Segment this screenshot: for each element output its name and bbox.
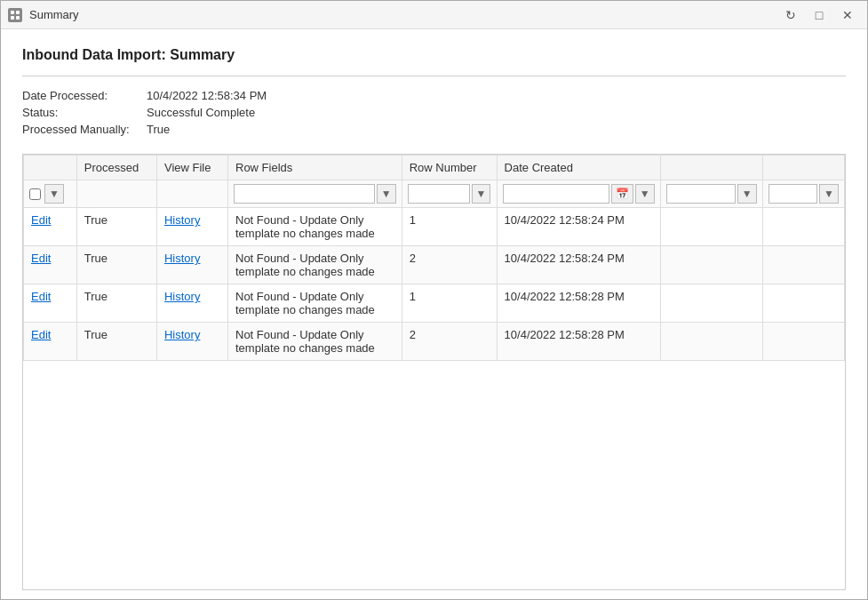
- filter-edit-button[interactable]: ▼: [44, 184, 64, 204]
- filter-rownumber-input[interactable]: [408, 184, 470, 204]
- close-button[interactable]: ✕: [835, 4, 860, 26]
- cell-rowfields-2: Not Found - Update Only template no chan…: [228, 284, 402, 323]
- refresh-button[interactable]: ↻: [778, 4, 803, 26]
- col-header-rowfields: Row Fields: [228, 156, 402, 180]
- maximize-button[interactable]: □: [807, 4, 832, 26]
- window-icon: [8, 8, 22, 22]
- cell-processed-3: True: [76, 323, 156, 361]
- cell-datecreated-2: 10/4/2022 12:58:28 PM: [497, 284, 660, 323]
- cell-datecreated-0: 10/4/2022 12:58:24 PM: [497, 208, 660, 246]
- edit-link-1[interactable]: Edit: [31, 252, 51, 265]
- filter-extra1-button[interactable]: ▼: [737, 184, 757, 204]
- cell-rownumber-2: 1: [402, 284, 497, 323]
- table-row: EditTrueHistoryNot Found - Update Only t…: [24, 208, 845, 246]
- col-header-processed: Processed: [76, 156, 156, 180]
- processed-manually-label: Processed Manually:: [22, 123, 147, 136]
- col-header-edit: [24, 156, 77, 180]
- svg-rect-3: [16, 16, 20, 20]
- svg-rect-0: [11, 11, 14, 14]
- svg-rect-2: [11, 16, 14, 20]
- filter-rownumber-button[interactable]: ▼: [472, 184, 491, 204]
- cell-extra2-3: [762, 323, 844, 361]
- table-row: EditTrueHistoryNot Found - Update Only t…: [24, 284, 845, 323]
- filter-rowfields-button[interactable]: ▼: [377, 184, 396, 204]
- filter-cell-rowfields: ▼: [228, 180, 402, 208]
- content-area: Inbound Data Import: Summary Date Proces…: [1, 29, 867, 599]
- cell-edit-1: Edit: [24, 246, 77, 284]
- table-row: EditTrueHistoryNot Found - Update Only t…: [24, 246, 845, 284]
- cell-viewfile-2: History: [156, 284, 227, 323]
- filter-rownumber-icon: ▼: [476, 188, 487, 200]
- filter-rowfields-input[interactable]: [234, 184, 375, 204]
- cell-extra1-0: [660, 208, 762, 246]
- edit-link-2[interactable]: Edit: [31, 290, 51, 303]
- col-header-viewfile: View File: [156, 156, 227, 180]
- col-header-datecreated: Date Created: [497, 156, 660, 180]
- date-processed-value: 10/4/2022 12:58:34 PM: [147, 89, 846, 102]
- cell-extra2-2: [762, 284, 844, 323]
- filter-datecreated-button[interactable]: ▼: [635, 184, 655, 204]
- date-processed-label: Date Processed:: [22, 89, 147, 102]
- cell-processed-2: True: [76, 284, 156, 323]
- status-value: Successful Complete: [147, 106, 846, 119]
- cell-datecreated-1: 10/4/2022 12:58:24 PM: [497, 246, 660, 284]
- filter-datecreated-input[interactable]: [503, 184, 609, 204]
- processed-manually-value: True: [147, 123, 846, 136]
- cell-extra2-1: [762, 246, 844, 284]
- cell-processed-1: True: [76, 246, 156, 284]
- table-filter-row: ▼ ▼: [24, 180, 845, 208]
- filter-datecreated-icon: ▼: [640, 188, 650, 200]
- filter-extra1-input[interactable]: [666, 184, 736, 204]
- window-title: Summary: [29, 8, 778, 21]
- cell-rownumber-0: 1: [402, 208, 497, 246]
- cell-rownumber-3: 2: [402, 323, 497, 361]
- table-body: EditTrueHistoryNot Found - Update Only t…: [24, 208, 845, 361]
- info-section: Date Processed: 10/4/2022 12:58:34 PM St…: [22, 89, 846, 136]
- history-link-0[interactable]: History: [164, 213, 200, 227]
- filter-cell-viewfile: [156, 180, 227, 208]
- filter-datecreated-calendar-button[interactable]: 📅: [611, 184, 633, 204]
- cell-rownumber-1: 2: [402, 246, 497, 284]
- cell-rowfields-1: Not Found - Update Only template no chan…: [228, 246, 402, 284]
- filter-cell-rownumber: ▼: [402, 180, 497, 208]
- filter-extra2-input[interactable]: [768, 184, 817, 204]
- col-header-rownumber: Row Number: [402, 156, 497, 180]
- cell-rowfields-3: Not Found - Update Only template no chan…: [228, 323, 402, 361]
- select-all-checkbox[interactable]: [29, 188, 41, 200]
- cell-viewfile-0: History: [156, 208, 227, 246]
- cell-extra2-0: [762, 208, 844, 246]
- history-link-3[interactable]: History: [164, 328, 200, 341]
- filter-rowfields-icon: ▼: [381, 188, 392, 200]
- data-table: Processed View File Row Fields Row Numbe…: [23, 155, 845, 361]
- history-link-1[interactable]: History: [164, 252, 200, 265]
- col-header-extra2: [762, 156, 844, 180]
- edit-link-0[interactable]: Edit: [31, 213, 51, 227]
- table-row: EditTrueHistoryNot Found - Update Only t…: [24, 323, 845, 361]
- cell-viewfile-3: History: [156, 323, 227, 361]
- svg-rect-1: [16, 11, 20, 14]
- cell-extra1-3: [660, 323, 762, 361]
- filter-edit-icon: ▼: [49, 188, 60, 200]
- history-link-2[interactable]: History: [164, 290, 200, 303]
- filter-extra2-button[interactable]: ▼: [819, 184, 839, 204]
- cell-processed-0: True: [76, 208, 156, 246]
- filter-cell-extra2: ▼: [762, 180, 844, 208]
- filter-cell-edit: ▼: [24, 180, 77, 208]
- filter-extra1-icon: ▼: [742, 188, 753, 200]
- table-header-row: Processed View File Row Fields Row Numbe…: [24, 156, 845, 180]
- filter-extra2-icon: ▼: [824, 188, 834, 200]
- status-label: Status:: [22, 106, 147, 119]
- cell-edit-3: Edit: [24, 323, 77, 361]
- cell-viewfile-1: History: [156, 246, 227, 284]
- page-title: Inbound Data Import: Summary: [22, 47, 846, 63]
- cell-extra1-1: [660, 246, 762, 284]
- cell-edit-2: Edit: [24, 284, 77, 323]
- cell-datecreated-3: 10/4/2022 12:58:28 PM: [497, 323, 660, 361]
- cell-extra1-2: [660, 284, 762, 323]
- edit-link-3[interactable]: Edit: [31, 328, 51, 341]
- filter-cell-extra1: ▼: [660, 180, 762, 208]
- data-table-container: Processed View File Row Fields Row Numbe…: [22, 154, 846, 590]
- title-bar: Summary ↻ □ ✕: [1, 1, 867, 29]
- col-header-extra1: [660, 156, 762, 180]
- calendar-icon: 📅: [616, 188, 629, 200]
